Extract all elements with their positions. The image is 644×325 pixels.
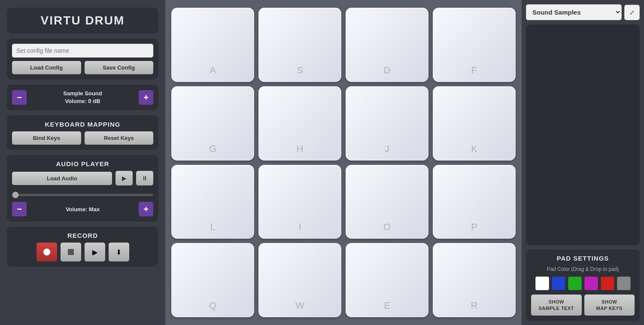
- record-section: RECORD ▶ ⬇: [7, 227, 158, 267]
- record-button[interactable]: [36, 243, 57, 261]
- audio-pause-button[interactable]: ⏸: [136, 171, 153, 185]
- pad-a[interactable]: A: [171, 8, 254, 82]
- pad-key-label: P: [471, 222, 477, 233]
- show-sample-text-button[interactable]: SHOWSAMPLE TEXT: [531, 295, 582, 316]
- pad-d[interactable]: D: [346, 8, 428, 82]
- app-title-container: VIRTU DRUM: [7, 8, 158, 33]
- pad-settings-title: PAD SETTINGS: [531, 255, 635, 262]
- sample-volume-value: Volume: 0 dB: [31, 97, 134, 105]
- pad-key-label: D: [384, 65, 391, 76]
- color-swatch-red[interactable]: [601, 276, 614, 290]
- record-buttons: ▶ ⬇: [12, 243, 153, 261]
- sound-samples-header: Sound Samples ⤢: [526, 4, 640, 20]
- pad-key-label: G: [209, 143, 216, 155]
- pad-i[interactable]: I: [258, 165, 341, 239]
- audio-player-title: AUDIO PLAYER: [12, 160, 153, 167]
- play-icon: ▶: [122, 175, 127, 182]
- pad-q[interactable]: Q: [171, 243, 254, 317]
- expand-button[interactable]: ⤢: [624, 5, 640, 20]
- left-panel: VIRTU DRUM Load Config Save Config − Sam…: [0, 0, 165, 325]
- pad-l[interactable]: L: [171, 165, 254, 239]
- expand-icon: ⤢: [629, 9, 635, 16]
- bind-keys-button[interactable]: Bind Keys: [12, 131, 81, 145]
- pad-j[interactable]: J: [346, 86, 428, 161]
- config-buttons: Load Config Save Config: [12, 61, 153, 74]
- sample-volume-label: Sample Sound Volume: 0 dB: [31, 90, 134, 105]
- pad-settings-section: PAD SETTINGS Pad Color (Drag & Drop to p…: [526, 249, 640, 321]
- sample-volume-minus-button[interactable]: −: [12, 90, 27, 105]
- pad-key-label: E: [384, 300, 390, 311]
- pad-w[interactable]: W: [258, 243, 341, 317]
- audio-volume-row: − Volume: Max +: [12, 202, 153, 216]
- record-download-button[interactable]: ⬇: [109, 243, 129, 261]
- sound-samples-select[interactable]: Sound Samples: [526, 4, 622, 20]
- pad-o[interactable]: O: [346, 165, 428, 239]
- right-panel: Sound Samples ⤢ PAD SETTINGS Pad Color (…: [522, 0, 644, 325]
- pad-key-label: F: [471, 65, 477, 76]
- record-play-button[interactable]: ▶: [85, 243, 105, 261]
- pad-key-label: J: [385, 143, 389, 155]
- color-swatches: [531, 276, 635, 290]
- pad-key-label: O: [383, 222, 391, 233]
- keyboard-buttons: Bind Keys Reset Keys: [12, 131, 153, 145]
- pad-key-label: L: [210, 222, 215, 233]
- pad-key-label: H: [297, 143, 304, 155]
- pad-p[interactable]: P: [433, 165, 516, 239]
- audio-play-button[interactable]: ▶: [115, 171, 133, 185]
- keyboard-mapping-title: KEYBOARD MAPPING: [12, 121, 153, 128]
- color-swatch-green[interactable]: [568, 276, 582, 290]
- pad-key-label: K: [471, 143, 477, 155]
- pad-grid: ASDFGHJKLIOPQWER: [165, 0, 522, 325]
- pad-e[interactable]: E: [346, 243, 428, 317]
- color-swatch-blue[interactable]: [552, 276, 565, 290]
- audio-slider-container: [12, 189, 153, 198]
- pad-r[interactable]: R: [433, 243, 516, 317]
- audio-volume-plus-button[interactable]: +: [139, 202, 153, 216]
- audio-player-section: AUDIO PLAYER Load Audio ▶ ⏸ − Volume: Ma…: [7, 155, 158, 222]
- pad-key-label: I: [298, 222, 301, 233]
- pad-color-label: Pad Color (Drag & Drop to pad): [531, 266, 635, 272]
- pad-f[interactable]: F: [433, 8, 516, 82]
- load-config-button[interactable]: Load Config: [12, 61, 81, 74]
- save-config-button[interactable]: Save Config: [85, 61, 154, 74]
- pad-h[interactable]: H: [258, 86, 341, 161]
- pad-key-label: A: [210, 65, 216, 76]
- audio-volume-minus-button[interactable]: −: [12, 202, 27, 216]
- color-swatch-purple[interactable]: [584, 276, 598, 290]
- audio-progress-slider[interactable]: [12, 194, 153, 196]
- keyboard-mapping-section: KEYBOARD MAPPING Bind Keys Reset Keys: [7, 115, 158, 150]
- stop-icon: [68, 249, 74, 255]
- config-section: Load Config Save Config: [7, 39, 158, 79]
- load-audio-button[interactable]: Load Audio: [12, 172, 112, 185]
- pad-s[interactable]: S: [258, 8, 341, 82]
- sample-volume-plus-button[interactable]: +: [139, 90, 153, 105]
- sample-sound-section: − Sample Sound Volume: 0 dB +: [7, 85, 158, 110]
- pad-key-label: R: [471, 300, 478, 311]
- pad-action-buttons: SHOWSAMPLE TEXT SHOWMAP KEYS: [531, 295, 635, 316]
- pad-g[interactable]: G: [171, 86, 254, 161]
- sample-sound-label: Sample Sound: [31, 90, 134, 97]
- samples-area: [526, 24, 640, 245]
- color-swatch-white[interactable]: [535, 276, 549, 290]
- pad-key-label: S: [297, 65, 303, 76]
- app-title: VIRTU DRUM: [41, 14, 125, 27]
- pad-key-label: W: [295, 300, 304, 311]
- record-play-icon: ▶: [92, 248, 97, 256]
- record-stop-button[interactable]: [61, 243, 81, 261]
- audio-controls: Load Audio ▶ ⏸: [12, 171, 153, 185]
- pause-icon: ⏸: [142, 175, 148, 182]
- download-icon: ⬇: [116, 248, 122, 256]
- reset-keys-button[interactable]: Reset Keys: [85, 131, 154, 145]
- pad-k[interactable]: K: [433, 86, 516, 161]
- pad-key-label: Q: [209, 300, 216, 311]
- record-title: RECORD: [12, 232, 153, 239]
- config-file-input[interactable]: [12, 44, 153, 58]
- audio-volume-label: Volume: Max: [31, 206, 134, 213]
- show-map-keys-button[interactable]: SHOWMAP KEYS: [584, 295, 635, 316]
- color-swatch-gray[interactable]: [617, 276, 631, 290]
- record-icon: [43, 249, 50, 255]
